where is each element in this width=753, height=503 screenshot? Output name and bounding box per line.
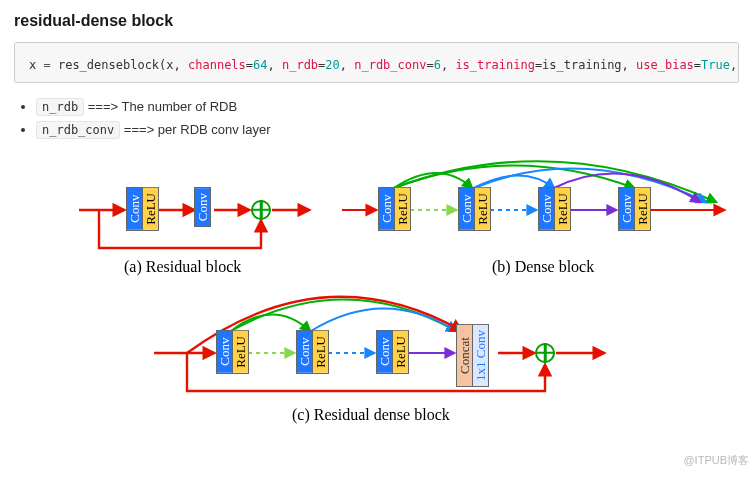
conv-label: Conv [217,331,233,373]
conv-label: Conv [379,188,395,230]
relu-label: ReLU [635,188,650,230]
concat-label: Concat [457,325,473,386]
conv-relu-block: Conv ReLU [216,330,249,374]
conv-label: Conv [619,188,635,230]
param-name-2: n_rdb_conv [354,58,426,72]
conv-relu-block: Conv ReLU [126,187,159,231]
conv-label: Conv [127,188,143,230]
param-val-1: 20 [325,58,339,72]
param-val-0: 64 [253,58,267,72]
relu-label: ReLU [143,188,158,230]
concat-1x1conv-block: Concat 1x1 Conv [456,324,489,387]
conv-label: Conv [195,188,210,226]
conv-relu-block: Conv ReLU [538,187,571,231]
caption-b: (b) Dense block [492,258,594,276]
code-assign: = [43,58,50,72]
conv-relu-block: Conv ReLU [376,330,409,374]
relu-label: ReLU [393,331,408,373]
conv-label: Conv [377,331,393,373]
param-name-1: n_rdb [282,58,318,72]
param-name-0: channels [188,58,246,72]
code-block[interactable]: x = res_denseblock(x, channels=64, n_rdb… [14,42,739,83]
conv-relu-block: Conv ReLU [378,187,411,231]
bullet-text: ===> The number of RDB [84,99,237,114]
param-name-3: is_training [455,58,534,72]
relu-label: ReLU [395,188,410,230]
inline-code: n_rdb_conv [36,121,120,139]
inline-code: n_rdb [36,98,84,116]
caption-c: (c) Residual dense block [292,406,450,424]
relu-label: ReLU [475,188,490,230]
code-fn: res_denseblock [58,58,159,72]
conv-relu-block: Conv ReLU [618,187,651,231]
conv-relu-block: Conv ReLU [296,330,329,374]
plus-icon [251,200,271,220]
param-val-2: 6 [434,58,441,72]
param-name-4: use_bias [636,58,694,72]
code-arg0: x [166,58,173,72]
plus-icon [535,343,555,363]
bullet-item: n_rdb ===> The number of RDB [36,97,739,117]
caption-a: (a) Residual block [124,258,241,276]
param-val-3: is_training [542,58,621,72]
conv-label: Conv [459,188,475,230]
relu-label: ReLU [233,331,248,373]
param-val-4: True [701,58,730,72]
conv-block: Conv [194,187,211,227]
page-title: residual-dense block [14,12,739,30]
bullet-text: ===> per RDB conv layer [120,122,270,137]
conv-label: Conv [539,188,555,230]
relu-label: ReLU [555,188,570,230]
bullet-list: n_rdb ===> The number of RDB n_rdb_conv … [18,97,739,140]
oneone-label: 1x1 Conv [473,325,488,386]
conv-label: Conv [297,331,313,373]
watermark: @ITPUB博客 [683,453,749,468]
conv-relu-block: Conv ReLU [458,187,491,231]
bullet-item: n_rdb_conv ===> per RDB conv layer [36,120,739,140]
code-var: x [29,58,36,72]
relu-label: ReLU [313,331,328,373]
diagram-figure: Conv ReLU Conv (a) Residual block Conv R… [24,158,729,458]
